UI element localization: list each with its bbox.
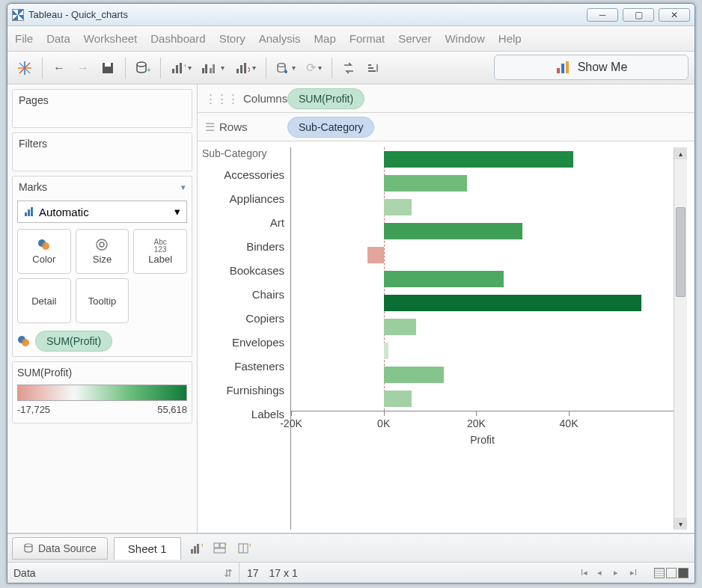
menu-dashboard[interactable]: Dashboard	[150, 32, 205, 45]
legend-min: -17,725	[17, 404, 50, 415]
scroll-thumb[interactable]	[676, 207, 686, 297]
chart-bar[interactable]	[384, 391, 412, 407]
window-title: Tableau - Quick_charts	[28, 9, 128, 20]
row-label[interactable]: Appliances	[202, 186, 290, 210]
clear-worksheet-button[interactable]: ✕	[231, 57, 260, 79]
tableau-logo-icon[interactable]	[13, 57, 36, 79]
back-button[interactable]: ←	[49, 57, 70, 79]
menu-data[interactable]: Data	[46, 32, 70, 45]
forward-button[interactable]: →	[73, 57, 94, 79]
marks-dropdown-icon[interactable]: ▾	[181, 183, 186, 192]
marks-tooltip-button[interactable]: Tooltip	[76, 278, 129, 323]
chevron-down-icon: ▾	[174, 205, 180, 218]
menu-file[interactable]: File	[15, 32, 33, 45]
row-label[interactable]: Binders	[202, 234, 290, 258]
new-worksheet-tab[interactable]: +	[187, 539, 205, 557]
menu-story[interactable]: Story	[219, 32, 245, 45]
view-grid-icon[interactable]	[654, 568, 665, 578]
main-area: Pages Filters Marks ▾ Automatic ▾	[7, 85, 695, 533]
chart-bar[interactable]	[384, 199, 412, 215]
nav-next-icon[interactable]: ▸	[614, 568, 626, 578]
legend-title: SUM(Profit)	[17, 367, 187, 379]
status-data-pane[interactable]: Data ⇵	[7, 563, 239, 583]
refresh-button[interactable]: ⟳	[302, 57, 326, 79]
chart-bar[interactable]	[384, 319, 416, 335]
rows-shelf[interactable]: ☰Rows Sub-Category	[198, 113, 695, 141]
toolbar: ← → + + ✕ ⟳ Show Me	[7, 52, 695, 85]
nav-first-icon[interactable]: I◂	[581, 568, 593, 578]
sort-asc-button[interactable]	[362, 57, 383, 79]
chart-bar[interactable]	[384, 343, 388, 359]
marks-color-button[interactable]: Color	[17, 229, 71, 274]
marks-label-button[interactable]: Abc123Label	[133, 229, 187, 274]
menu-help[interactable]: Help	[498, 32, 522, 45]
data-source-tab[interactable]: Data Source	[12, 537, 108, 560]
svg-rect-39	[191, 549, 193, 554]
row-label[interactable]: Copiers	[202, 306, 290, 330]
new-datasource-button[interactable]: +	[132, 57, 154, 79]
new-worksheet-button[interactable]: +	[167, 57, 195, 79]
nav-prev-icon[interactable]: ◂	[597, 568, 609, 578]
chart-bar[interactable]	[384, 271, 504, 287]
chart-bar[interactable]	[384, 223, 523, 239]
chart-bar[interactable]	[384, 175, 467, 192]
svg-rect-5	[105, 63, 111, 67]
marks-size-button[interactable]: Size	[76, 229, 129, 274]
color-icon	[17, 335, 31, 347]
expand-icon[interactable]: ⇵	[224, 567, 233, 579]
duplicate-worksheet-button[interactable]	[198, 57, 228, 79]
legend-gradient[interactable]	[17, 385, 187, 401]
row-label[interactable]: Chairs	[202, 282, 290, 306]
columns-shelf[interactable]: ⋮⋮⋮Columns SUM(Profit)	[198, 85, 695, 113]
row-label[interactable]: Art	[202, 210, 290, 234]
show-me-label: Show Me	[578, 61, 628, 74]
new-story-tab[interactable]: +	[235, 539, 253, 557]
nav-last-icon[interactable]: ▸I	[630, 568, 642, 578]
swap-button[interactable]	[338, 57, 359, 79]
new-dashboard-tab[interactable]: +	[211, 539, 229, 557]
scroll-down-button[interactable]: ▾	[674, 518, 687, 530]
svg-rect-10	[180, 63, 182, 73]
rows-pill[interactable]: Sub-Category	[287, 117, 374, 138]
pages-shelf[interactable]: Pages	[12, 89, 192, 128]
menu-analysis[interactable]: Analysis	[259, 32, 301, 45]
chart-scrollbar[interactable]: ▴ ▾	[674, 147, 687, 530]
chart-bar[interactable]	[367, 247, 384, 263]
marks-detail-button[interactable]: Detail	[17, 278, 71, 323]
save-button[interactable]	[97, 57, 119, 79]
menu-format[interactable]: Format	[350, 32, 385, 45]
svg-point-37	[22, 339, 29, 346]
x-tick-label: 20K	[467, 417, 486, 429]
maximize-button[interactable]: ▢	[623, 8, 654, 22]
autoupdate-button[interactable]	[272, 57, 299, 79]
columns-pill[interactable]: SUM(Profit)	[287, 88, 364, 109]
row-label[interactable]: Furnishings	[202, 378, 290, 402]
filters-title: Filters	[13, 133, 192, 154]
row-label[interactable]: Bookcases	[202, 258, 290, 282]
svg-rect-30	[28, 209, 30, 216]
filters-shelf[interactable]: Filters	[12, 132, 192, 171]
chart-bar[interactable]	[384, 367, 444, 383]
view-presentation-icon[interactable]	[678, 568, 689, 578]
show-me-button[interactable]: Show Me	[494, 55, 689, 80]
chart-bar[interactable]	[384, 151, 574, 168]
chart-plot[interactable]: Profit -20K0K20K40K	[290, 147, 674, 530]
marks-color-pill[interactable]: SUM(Profit)	[35, 331, 112, 352]
view-tabs-icon[interactable]	[666, 568, 677, 578]
row-label[interactable]: Labels	[202, 402, 290, 426]
menu-map[interactable]: Map	[314, 32, 336, 45]
menu-window[interactable]: Window	[445, 32, 484, 45]
marks-type-dropdown[interactable]: Automatic ▾	[17, 200, 187, 223]
svg-rect-31	[31, 207, 33, 216]
scroll-up-button[interactable]: ▴	[674, 147, 687, 159]
row-label[interactable]: Envelopes	[202, 330, 290, 354]
row-label[interactable]: Accessories	[202, 162, 290, 186]
sheet1-tab[interactable]: Sheet 1	[114, 537, 181, 560]
close-button[interactable]: ✕	[659, 8, 690, 22]
minimize-button[interactable]: ─	[587, 8, 618, 22]
chart-bar[interactable]	[384, 295, 641, 311]
row-label[interactable]: Fasteners	[202, 354, 290, 378]
menu-worksheet[interactable]: Worksheet	[84, 32, 137, 45]
svg-rect-15	[213, 64, 215, 73]
menu-server[interactable]: Server	[398, 32, 431, 45]
